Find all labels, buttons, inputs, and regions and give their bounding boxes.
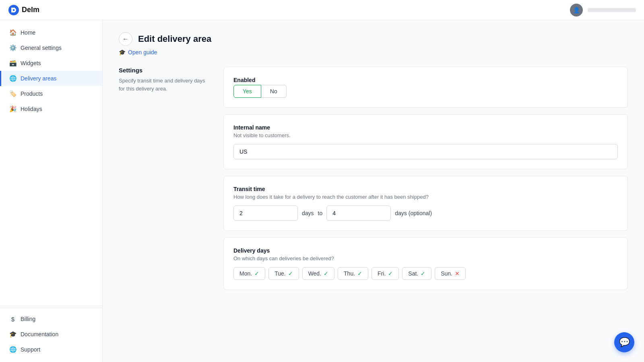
chat-icon: 💬 [619, 337, 630, 348]
sidebar-item-products[interactable]: 🏷️ Products [0, 86, 102, 101]
logo-text: Delm [22, 6, 39, 14]
sidebar-item-label-billing: Billing [21, 316, 35, 322]
logo-icon [8, 4, 19, 16]
topbar-placeholder [588, 8, 636, 12]
section-desc: Specify transit time and delivery days f… [119, 77, 207, 93]
sidebar-item-widgets[interactable]: 🗃️ Widgets [0, 56, 102, 71]
days-grid: Mon.✓Tue.✓Wed.✓Thu.✓Fri.✓Sat.✓Sun.✕ [233, 267, 618, 280]
billing-icon: $ [9, 315, 17, 323]
check-icon: ✓ [288, 270, 293, 277]
avatar-icon: 👤 [573, 7, 580, 13]
guide-icon: 🎓 [119, 49, 126, 56]
transit-optional-label: days (optional) [395, 210, 432, 216]
sidebar-item-label-home: Home [21, 29, 35, 36]
day-label-tue: Tue. [275, 270, 286, 277]
sidebar-divider [0, 306, 102, 306]
widgets-icon: 🗃️ [9, 60, 17, 67]
delivery-days-sublabel: On which days can deliveries be delivere… [233, 255, 618, 261]
day-button-mon[interactable]: Mon.✓ [233, 267, 265, 280]
day-button-sat[interactable]: Sat.✓ [402, 267, 431, 280]
products-icon: 🏷️ [9, 90, 17, 97]
transit-max-input[interactable] [326, 206, 391, 221]
sidebar-item-billing[interactable]: $ Billing [0, 311, 102, 327]
logo: Delm [8, 4, 39, 16]
sidebar-item-home[interactable]: 🏠 Home [0, 25, 102, 40]
sidebar-item-label-documentation: Documentation [21, 331, 58, 337]
transit-time-card: Transit time How long does it take for a… [223, 176, 628, 231]
day-button-wed[interactable]: Wed.✓ [302, 267, 334, 280]
check-icon: ✓ [357, 270, 362, 277]
open-guide-link[interactable]: 🎓 Open guide [119, 49, 628, 56]
content-area: Settings Specify transit time and delive… [119, 67, 628, 290]
day-label-sun: Sun. [441, 270, 452, 277]
transit-to-label: to [318, 210, 323, 216]
check-icon: ✓ [254, 270, 259, 277]
sidebar-item-label-products: Products [21, 90, 43, 97]
sidebar-item-label-delivery-areas: Delivery areas [21, 75, 56, 82]
topbar: Delm 👤 [0, 0, 644, 20]
holidays-icon: 🎉 [9, 105, 17, 113]
sidebar-bottom: $ Billing🎓 Documentation🌐 Support [0, 308, 102, 357]
back-button[interactable]: ← [119, 32, 132, 46]
home-icon: 🏠 [9, 29, 17, 36]
sidebar-item-general-settings[interactable]: ⚙️ General settings [0, 40, 102, 56]
internal-name-sublabel: Not visible to customers. [233, 132, 618, 138]
delivery-areas-icon: 🌐 [9, 75, 17, 82]
check-icon: ✓ [388, 270, 393, 277]
page-header: ← Edit delivery area [119, 32, 628, 46]
internal-name-input[interactable] [233, 144, 618, 159]
day-button-tue[interactable]: Tue.✓ [268, 267, 299, 280]
open-guide-label: Open guide [128, 49, 157, 56]
chat-button[interactable]: 💬 [614, 332, 634, 352]
page-title: Edit delivery area [138, 34, 211, 44]
sidebar-item-label-general-settings: General settings [21, 45, 62, 51]
transit-time-sublabel: How long does it take for a delivery to … [233, 194, 618, 200]
enabled-label: Enabled [233, 77, 618, 83]
sidebar-nav: 🏠 Home⚙️ General settings🗃️ Widgets🌐 Del… [0, 25, 102, 304]
transit-min-input[interactable] [233, 206, 298, 221]
delivery-days-card: Delivery days On which days can deliveri… [223, 237, 628, 290]
main-content: ← Edit delivery area 🎓 Open guide Settin… [103, 20, 644, 362]
documentation-icon: 🎓 [9, 331, 17, 338]
day-button-thu[interactable]: Thu.✓ [338, 267, 368, 280]
support-icon: 🌐 [9, 346, 17, 353]
x-icon: ✕ [455, 270, 460, 277]
sidebar-item-holidays[interactable]: 🎉 Holidays [0, 101, 102, 117]
sidebar-item-label-widgets: Widgets [21, 60, 41, 66]
sidebar: 🏠 Home⚙️ General settings🗃️ Widgets🌐 Del… [0, 20, 103, 362]
day-label-fri: Fri. [378, 270, 386, 277]
general-settings-icon: ⚙️ [9, 44, 17, 51]
topbar-right: 👤 [570, 4, 636, 16]
transit-time-label: Transit time [233, 186, 618, 192]
section-title: Settings [119, 67, 207, 74]
enabled-card: Enabled Yes No [223, 67, 628, 108]
check-icon: ✓ [421, 270, 425, 277]
day-label-mon: Mon. [239, 270, 252, 277]
transit-row: days to days (optional) [233, 206, 618, 221]
settings-cards: Enabled Yes No Internal name Not visible… [223, 67, 628, 290]
back-icon: ← [122, 35, 129, 43]
day-button-fri[interactable]: Fri.✓ [372, 267, 399, 280]
transit-days-label: days [302, 210, 314, 216]
layout: 🏠 Home⚙️ General settings🗃️ Widgets🌐 Del… [0, 20, 644, 362]
day-button-sun[interactable]: Sun.✕ [435, 267, 466, 280]
sidebar-item-label-holidays: Holidays [21, 106, 42, 112]
delivery-days-label: Delivery days [233, 247, 618, 254]
sidebar-item-delivery-areas[interactable]: 🌐 Delivery areas [0, 71, 102, 86]
internal-name-card: Internal name Not visible to customers. [223, 114, 628, 169]
sidebar-item-label-support: Support [21, 346, 40, 353]
day-label-sat: Sat. [408, 270, 418, 277]
internal-name-label: Internal name [233, 124, 618, 131]
check-icon: ✓ [324, 270, 328, 277]
day-label-thu: Thu. [344, 270, 355, 277]
settings-section-left: Settings Specify transit time and delive… [119, 67, 207, 290]
enabled-toggle: Yes No [233, 85, 618, 98]
enabled-yes-button[interactable]: Yes [233, 85, 261, 98]
sidebar-item-support[interactable]: 🌐 Support [0, 342, 102, 357]
avatar: 👤 [570, 4, 583, 16]
enabled-no-button[interactable]: No [261, 85, 287, 98]
day-label-wed: Wed. [308, 270, 321, 277]
sidebar-item-documentation[interactable]: 🎓 Documentation [0, 327, 102, 342]
